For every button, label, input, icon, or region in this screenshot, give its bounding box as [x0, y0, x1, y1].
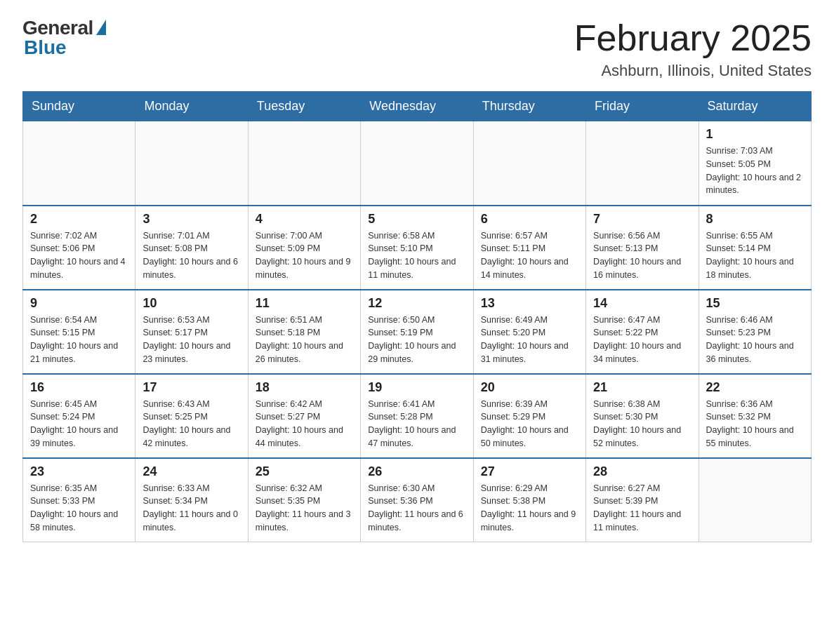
weekday-header-row: SundayMondayTuesdayWednesdayThursdayFrid…: [23, 92, 812, 121]
calendar-cell: 7Sunrise: 6:56 AMSunset: 5:13 PMDaylight…: [586, 206, 699, 290]
day-info: Sunrise: 7:03 AMSunset: 5:05 PMDaylight:…: [706, 145, 804, 197]
day-info: Sunrise: 6:58 AMSunset: 5:10 PMDaylight:…: [368, 229, 465, 282]
calendar-cell: 26Sunrise: 6:30 AMSunset: 5:36 PMDayligh…: [361, 458, 473, 542]
day-info: Sunrise: 6:41 AMSunset: 5:28 PMDaylight:…: [368, 398, 465, 450]
calendar-cell: 25Sunrise: 6:32 AMSunset: 5:35 PMDayligh…: [248, 458, 360, 542]
calendar-cell: 13Sunrise: 6:49 AMSunset: 5:20 PMDayligh…: [473, 290, 585, 374]
day-number: 2: [30, 212, 128, 227]
day-number: 26: [368, 464, 465, 479]
day-info: Sunrise: 7:01 AMSunset: 5:08 PMDaylight:…: [143, 229, 240, 282]
calendar-cell: [586, 121, 699, 206]
day-number: 23: [30, 464, 128, 479]
calendar-week-row: 23Sunrise: 6:35 AMSunset: 5:33 PMDayligh…: [23, 458, 812, 542]
day-info: Sunrise: 6:55 AMSunset: 5:14 PMDaylight:…: [706, 229, 804, 282]
day-info: Sunrise: 7:02 AMSunset: 5:06 PMDaylight:…: [30, 229, 128, 282]
day-info: Sunrise: 6:29 AMSunset: 5:38 PMDaylight:…: [481, 482, 578, 535]
day-number: 21: [593, 380, 691, 395]
day-number: 15: [706, 296, 804, 311]
calendar-cell: 4Sunrise: 7:00 AMSunset: 5:09 PMDaylight…: [248, 206, 360, 290]
day-number: 17: [143, 380, 240, 395]
day-info: Sunrise: 6:45 AMSunset: 5:24 PMDaylight:…: [30, 398, 128, 450]
day-number: 28: [593, 464, 691, 479]
calendar-cell: 1Sunrise: 7:03 AMSunset: 5:05 PMDaylight…: [699, 121, 811, 206]
day-info: Sunrise: 6:47 AMSunset: 5:22 PMDaylight:…: [593, 314, 691, 366]
day-info: Sunrise: 6:43 AMSunset: 5:25 PMDaylight:…: [143, 398, 240, 450]
calendar-cell: 20Sunrise: 6:39 AMSunset: 5:29 PMDayligh…: [473, 374, 585, 458]
day-info: Sunrise: 6:30 AMSunset: 5:36 PMDaylight:…: [368, 482, 465, 535]
calendar-cell: 10Sunrise: 6:53 AMSunset: 5:17 PMDayligh…: [135, 290, 248, 374]
day-number: 25: [256, 464, 353, 479]
weekday-header-wednesday: Wednesday: [361, 92, 473, 121]
logo-triangle-icon: [96, 20, 106, 35]
day-number: 20: [481, 380, 578, 395]
day-number: 9: [30, 296, 128, 311]
weekday-header-monday: Monday: [135, 92, 248, 121]
logo-blue-text: Blue: [22, 36, 67, 59]
calendar-cell: 12Sunrise: 6:50 AMSunset: 5:19 PMDayligh…: [361, 290, 473, 374]
day-number: 16: [30, 380, 128, 395]
day-number: 5: [368, 212, 465, 227]
day-number: 8: [706, 212, 804, 227]
day-number: 13: [481, 296, 578, 311]
day-info: Sunrise: 6:50 AMSunset: 5:19 PMDaylight:…: [368, 314, 465, 366]
day-info: Sunrise: 6:51 AMSunset: 5:18 PMDaylight:…: [256, 314, 353, 366]
calendar-cell: 21Sunrise: 6:38 AMSunset: 5:30 PMDayligh…: [586, 374, 699, 458]
day-number: 19: [368, 380, 465, 395]
calendar-cell: 18Sunrise: 6:42 AMSunset: 5:27 PMDayligh…: [248, 374, 360, 458]
calendar-cell: 22Sunrise: 6:36 AMSunset: 5:32 PMDayligh…: [699, 374, 811, 458]
day-number: 22: [706, 380, 804, 395]
calendar-cell: [248, 121, 360, 206]
calendar-cell: 5Sunrise: 6:58 AMSunset: 5:10 PMDaylight…: [361, 206, 473, 290]
day-number: 4: [256, 212, 353, 227]
day-number: 11: [256, 296, 353, 311]
calendar-cell: 28Sunrise: 6:27 AMSunset: 5:39 PMDayligh…: [586, 458, 699, 542]
calendar-cell: [135, 121, 248, 206]
day-number: 6: [481, 212, 578, 227]
day-info: Sunrise: 6:39 AMSunset: 5:29 PMDaylight:…: [481, 398, 578, 450]
day-number: 3: [143, 212, 240, 227]
day-number: 24: [143, 464, 240, 479]
day-number: 7: [593, 212, 691, 227]
day-number: 27: [481, 464, 578, 479]
calendar-cell: 23Sunrise: 6:35 AMSunset: 5:33 PMDayligh…: [23, 458, 135, 542]
calendar-cell: [699, 458, 811, 542]
weekday-header-tuesday: Tuesday: [248, 92, 360, 121]
calendar-cell: [23, 121, 135, 206]
calendar-cell: 24Sunrise: 6:33 AMSunset: 5:34 PMDayligh…: [135, 458, 248, 542]
calendar-week-row: 1Sunrise: 7:03 AMSunset: 5:05 PMDaylight…: [23, 121, 812, 206]
day-info: Sunrise: 6:56 AMSunset: 5:13 PMDaylight:…: [593, 229, 691, 282]
calendar-cell: [361, 121, 473, 206]
calendar-cell: 2Sunrise: 7:02 AMSunset: 5:06 PMDaylight…: [23, 206, 135, 290]
day-info: Sunrise: 6:54 AMSunset: 5:15 PMDaylight:…: [30, 314, 128, 366]
calendar-cell: [473, 121, 585, 206]
calendar-cell: 9Sunrise: 6:54 AMSunset: 5:15 PMDaylight…: [23, 290, 135, 374]
day-info: Sunrise: 6:57 AMSunset: 5:11 PMDaylight:…: [481, 229, 578, 282]
day-info: Sunrise: 6:27 AMSunset: 5:39 PMDaylight:…: [593, 482, 691, 535]
calendar-week-row: 16Sunrise: 6:45 AMSunset: 5:24 PMDayligh…: [23, 374, 812, 458]
calendar-cell: 11Sunrise: 6:51 AMSunset: 5:18 PMDayligh…: [248, 290, 360, 374]
day-number: 12: [368, 296, 465, 311]
day-info: Sunrise: 6:32 AMSunset: 5:35 PMDaylight:…: [256, 482, 353, 535]
day-number: 18: [256, 380, 353, 395]
weekday-header-thursday: Thursday: [473, 92, 585, 121]
calendar-table: SundayMondayTuesdayWednesdayThursdayFrid…: [22, 91, 812, 542]
day-info: Sunrise: 6:46 AMSunset: 5:23 PMDaylight:…: [706, 314, 804, 366]
calendar-cell: 3Sunrise: 7:01 AMSunset: 5:08 PMDaylight…: [135, 206, 248, 290]
calendar-cell: 8Sunrise: 6:55 AMSunset: 5:14 PMDaylight…: [699, 206, 811, 290]
day-info: Sunrise: 6:38 AMSunset: 5:30 PMDaylight:…: [593, 398, 691, 450]
weekday-header-saturday: Saturday: [699, 92, 811, 121]
day-info: Sunrise: 6:49 AMSunset: 5:20 PMDaylight:…: [481, 314, 578, 366]
calendar-week-row: 9Sunrise: 6:54 AMSunset: 5:15 PMDaylight…: [23, 290, 812, 374]
day-number: 10: [143, 296, 240, 311]
day-info: Sunrise: 6:53 AMSunset: 5:17 PMDaylight:…: [143, 314, 240, 366]
calendar-cell: 6Sunrise: 6:57 AMSunset: 5:11 PMDaylight…: [473, 206, 585, 290]
weekday-header-sunday: Sunday: [23, 92, 135, 121]
weekday-header-friday: Friday: [586, 92, 699, 121]
month-year-title: February 2025: [574, 17, 812, 59]
calendar-cell: 27Sunrise: 6:29 AMSunset: 5:38 PMDayligh…: [473, 458, 585, 542]
logo: General Blue: [22, 17, 106, 59]
day-info: Sunrise: 6:42 AMSunset: 5:27 PMDaylight:…: [256, 398, 353, 450]
day-info: Sunrise: 7:00 AMSunset: 5:09 PMDaylight:…: [256, 229, 353, 282]
day-info: Sunrise: 6:33 AMSunset: 5:34 PMDaylight:…: [143, 482, 240, 535]
location-text: Ashburn, Illinois, United States: [574, 62, 812, 80]
